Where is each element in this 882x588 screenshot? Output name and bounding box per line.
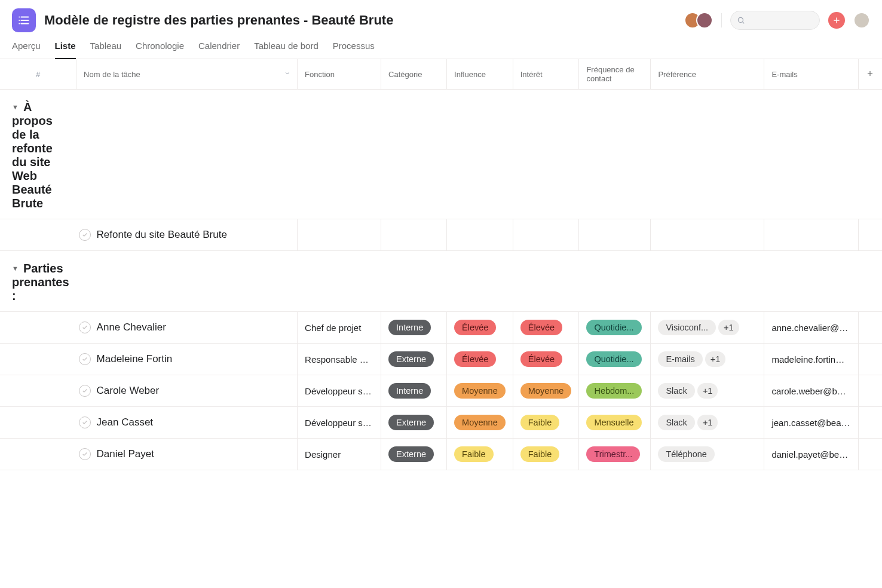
table-row[interactable]: Refonte du site Beauté Brute — [0, 219, 882, 251]
complete-toggle[interactable] — [79, 416, 91, 428]
interest-cell[interactable]: Faible — [513, 407, 579, 439]
task-name-cell[interactable]: Daniel Payet — [76, 439, 298, 470]
task-name-cell[interactable]: Anne Chevalier — [76, 312, 298, 344]
tab-board[interactable]: Tableau — [90, 41, 122, 59]
table-row[interactable]: Jean Casset Développeur sen... Externe M… — [0, 407, 882, 439]
col-task-name[interactable]: Nom de la tâche — [76, 59, 298, 90]
col-interest[interactable]: Intérêt — [513, 59, 579, 90]
tag-pill[interactable]: Trimestr... — [586, 446, 640, 462]
collapse-icon[interactable]: ▼ — [12, 103, 19, 111]
tag-pill[interactable]: +1 — [718, 320, 739, 335]
search-input[interactable] — [730, 11, 820, 30]
tag-pill[interactable]: Moyenne — [520, 383, 572, 399]
function-cell[interactable] — [298, 219, 381, 251]
tag-pill[interactable]: +1 — [705, 351, 726, 367]
preference-cell[interactable]: Slack+1 — [651, 375, 764, 407]
influence-cell[interactable]: Élevée — [447, 312, 513, 344]
section-header[interactable]: ▼À propos de la refonte du site Web Beau… — [0, 90, 882, 219]
email-cell[interactable]: anne.chevalier@bea... — [764, 312, 858, 344]
complete-toggle[interactable] — [79, 353, 91, 365]
category-cell[interactable]: Interne — [381, 312, 447, 344]
tag-pill[interactable]: Quotidie... — [586, 320, 641, 335]
influence-cell[interactable] — [447, 219, 513, 251]
preference-cell[interactable]: E-mails+1 — [651, 344, 764, 375]
interest-cell[interactable]: Faible — [513, 439, 579, 470]
tag-pill[interactable]: Interne — [388, 383, 431, 399]
preference-cell[interactable]: Slack+1 — [651, 407, 764, 439]
tag-pill[interactable]: Faible — [520, 446, 560, 462]
tag-pill[interactable]: Externe — [388, 415, 434, 430]
table-row[interactable]: Carole Weber Développeur sen... Interne … — [0, 375, 882, 407]
chevron-down-icon[interactable] — [284, 70, 291, 79]
preference-cell[interactable] — [651, 219, 764, 251]
tag-pill[interactable]: +1 — [697, 383, 718, 399]
influence-cell[interactable]: Moyenne — [447, 407, 513, 439]
member-avatars[interactable] — [684, 12, 713, 29]
frequency-cell[interactable]: Quotidie... — [579, 312, 651, 344]
tag-pill[interactable]: Interne — [388, 320, 431, 335]
add-column-button[interactable] — [858, 59, 882, 90]
interest-cell[interactable]: Élevée — [513, 344, 579, 375]
function-cell[interactable]: Développeur sen... — [298, 407, 381, 439]
project-title[interactable]: Modèle de registre des parties prenantes… — [44, 13, 676, 28]
email-cell[interactable]: carole.weber@beau... — [764, 375, 858, 407]
tab-process[interactable]: Processus — [333, 41, 375, 59]
task-name-cell[interactable]: Carole Weber — [76, 375, 298, 407]
function-cell[interactable]: Développeur sen... — [298, 375, 381, 407]
user-avatar[interactable] — [853, 12, 870, 29]
col-function[interactable]: Fonction — [298, 59, 381, 90]
tag-pill[interactable]: Élevée — [454, 351, 496, 367]
interest-cell[interactable]: Moyenne — [513, 375, 579, 407]
tag-pill[interactable]: Slack — [658, 415, 694, 430]
task-name-cell[interactable]: Jean Casset — [76, 407, 298, 439]
tag-pill[interactable]: Élevée — [520, 320, 562, 335]
col-influence[interactable]: Influence — [447, 59, 513, 90]
tab-list[interactable]: Liste — [55, 41, 76, 59]
tag-pill[interactable]: Visioconf... — [658, 320, 716, 335]
tag-pill[interactable]: Moyenne — [454, 415, 506, 430]
tab-calendar[interactable]: Calendrier — [198, 41, 240, 59]
tag-pill[interactable]: E-mails — [658, 351, 702, 367]
interest-cell[interactable] — [513, 219, 579, 251]
complete-toggle[interactable] — [79, 321, 91, 333]
function-cell[interactable]: Chef de projet — [298, 312, 381, 344]
col-email[interactable]: E-mails — [764, 59, 858, 90]
preference-cell[interactable]: Téléphone — [651, 439, 764, 470]
col-preference[interactable]: Préférence — [651, 59, 764, 90]
tag-pill[interactable]: Faible — [520, 415, 560, 430]
table-scroll[interactable]: # Nom de la tâche Fonction Catégorie Inf… — [0, 59, 882, 470]
complete-toggle[interactable] — [79, 229, 91, 241]
section-header[interactable]: ▼Parties prenantes : — [0, 251, 882, 312]
table-row[interactable]: Daniel Payet Designer Externe Faible Fai… — [0, 439, 882, 470]
task-name-cell[interactable]: Madeleine Fortin — [76, 344, 298, 375]
email-cell[interactable]: madeleine.fortin@b... — [764, 344, 858, 375]
email-cell[interactable]: daniel.payet@beaut... — [764, 439, 858, 470]
avatar[interactable] — [696, 12, 713, 29]
function-cell[interactable]: Designer — [298, 439, 381, 470]
tag-pill[interactable]: Quotidie... — [586, 351, 641, 367]
tab-timeline[interactable]: Chronologie — [136, 41, 184, 59]
tag-pill[interactable]: Élevée — [454, 320, 496, 335]
tag-pill[interactable]: Téléphone — [658, 446, 715, 462]
category-cell[interactable]: Externe — [381, 344, 447, 375]
tag-pill[interactable]: Externe — [388, 351, 434, 367]
category-cell[interactable]: Interne — [381, 375, 447, 407]
frequency-cell[interactable]: Mensuelle — [579, 407, 651, 439]
task-name-cell[interactable]: Refonte du site Beauté Brute — [76, 219, 298, 251]
section-title[interactable]: ▼À propos de la refonte du site Web Beau… — [0, 90, 76, 219]
category-cell[interactable]: Externe — [381, 439, 447, 470]
influence-cell[interactable]: Faible — [447, 439, 513, 470]
tab-overview[interactable]: Aperçu — [12, 41, 41, 59]
frequency-cell[interactable]: Quotidie... — [579, 344, 651, 375]
tag-pill[interactable]: +1 — [697, 415, 718, 430]
complete-toggle[interactable] — [79, 448, 91, 460]
complete-toggle[interactable] — [79, 385, 91, 397]
influence-cell[interactable]: Moyenne — [447, 375, 513, 407]
tag-pill[interactable]: Faible — [454, 446, 494, 462]
email-cell[interactable] — [764, 219, 858, 251]
col-category[interactable]: Catégorie — [381, 59, 447, 90]
table-row[interactable]: Madeleine Fortin Responsable du... Exter… — [0, 344, 882, 375]
table-row[interactable]: Anne Chevalier Chef de projet Interne Él… — [0, 312, 882, 344]
section-title[interactable]: ▼Parties prenantes : — [0, 251, 76, 312]
col-frequency[interactable]: Fréquence de contact — [579, 59, 651, 90]
